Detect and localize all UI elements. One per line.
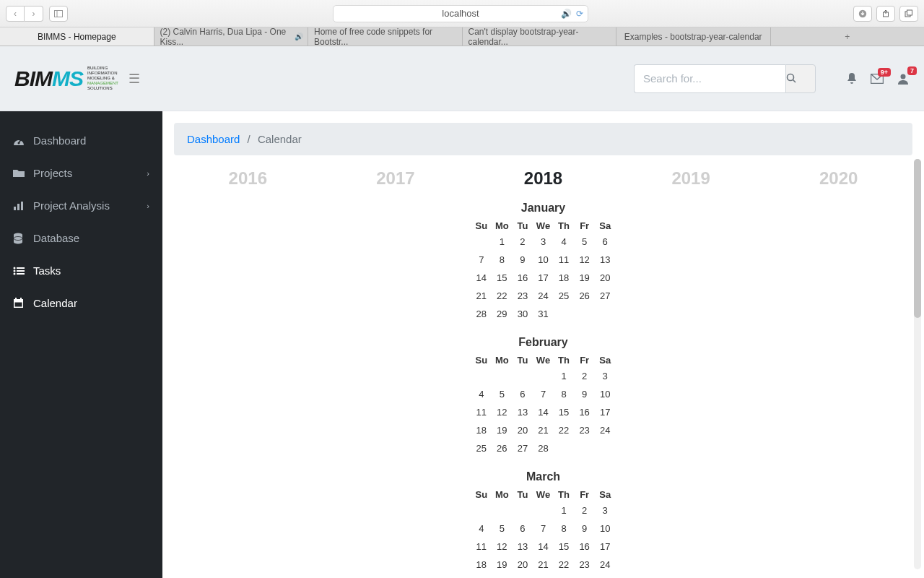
calendar-day[interactable]: 27 [595,287,616,305]
calendar-day[interactable]: 21 [471,287,492,305]
browser-tab[interactable]: Home of free code snippets for Bootstr..… [308,27,463,46]
downloads-button[interactable] [853,6,872,22]
calendar-day[interactable]: 18 [554,269,575,287]
calendar-day[interactable]: 9 [574,385,595,403]
calendar-day[interactable]: 10 [533,251,554,269]
sidebar-toggle-button[interactable] [49,6,68,22]
tabs-button[interactable] [899,6,918,22]
sidebar-item-dashboard[interactable]: Dashboard [0,124,162,157]
sidebar-item-project-analysis[interactable]: Project Analysis› [0,189,162,222]
year-2016[interactable]: 2016 [229,168,267,189]
year-2018[interactable]: 2018 [524,168,562,189]
calendar-day[interactable]: 23 [574,556,595,574]
calendar-day[interactable]: 6 [595,233,616,251]
sidebar-item-projects[interactable]: Projects› [0,157,162,189]
calendar-day[interactable]: 29 [554,574,575,578]
sidebar-item-database[interactable]: Database [0,222,162,254]
year-2020[interactable]: 2020 [819,168,858,189]
calendar-day[interactable]: 7 [471,251,492,269]
calendar-day[interactable]: 1 [554,367,575,385]
calendar-day[interactable]: 15 [554,403,575,421]
calendar-day[interactable]: 14 [533,403,554,421]
share-button[interactable] [876,6,895,22]
calendar-day[interactable]: 29 [492,305,513,323]
calendar-day[interactable]: 10 [595,519,616,538]
calendar-day[interactable]: 8 [554,385,575,403]
calendar-day[interactable]: 26 [492,439,513,457]
calendar-day[interactable]: 3 [595,367,616,385]
tab-audio-icon[interactable]: 🔊 [295,33,303,40]
calendar-day[interactable]: 7 [533,519,554,538]
calendar-day[interactable]: 16 [513,269,533,287]
logo[interactable]: BIMMS BUILDINGINFORMATIONMODELING &MANAG… [14,66,118,91]
calendar-day[interactable]: 20 [595,269,616,287]
calendar-day[interactable]: 24 [595,421,616,439]
calendar-day[interactable]: 2 [574,501,595,519]
calendar-day[interactable]: 22 [554,556,575,574]
calendar-day[interactable]: 14 [471,269,492,287]
calendar-day[interactable]: 12 [492,403,513,421]
calendar-day[interactable]: 9 [574,519,595,538]
calendar-day[interactable]: 13 [513,538,533,556]
calendar-day[interactable]: 3 [533,233,554,251]
year-2019[interactable]: 2019 [671,168,710,189]
browser-tab[interactable]: (2) Calvin Harris, Dua Lipa - One Kiss..… [154,27,309,46]
calendar-day[interactable]: 20 [513,421,533,439]
calendar-day[interactable]: 26 [492,574,513,578]
calendar-day[interactable]: 6 [513,519,533,538]
calendar-day[interactable]: 30 [513,305,533,323]
calendar-day[interactable]: 10 [595,385,616,403]
mail-icon[interactable]: 9+ [871,74,884,84]
calendar-day[interactable]: 24 [533,287,554,305]
browser-tab[interactable]: Examples - bootstrap-year-calendar [616,27,771,46]
calendar-day[interactable]: 8 [554,519,575,538]
calendar-day[interactable]: 22 [492,287,513,305]
calendar-day[interactable]: 17 [595,403,616,421]
calendar-day[interactable]: 1 [492,233,513,251]
calendar-day[interactable]: 19 [492,556,513,574]
calendar-day[interactable]: 28 [533,439,554,457]
calendar-day[interactable]: 27 [513,439,533,457]
calendar-day[interactable]: 26 [574,287,595,305]
browser-tab[interactable]: Can't display bootstrap-year-calendar... [463,27,617,46]
new-tab-button[interactable]: + [771,27,925,46]
breadcrumb-link[interactable]: Dashboard [187,133,240,145]
calendar-day[interactable]: 2 [574,367,595,385]
calendar-day[interactable]: 31 [595,574,616,578]
calendar-day[interactable]: 18 [471,556,492,574]
calendar-day[interactable]: 4 [554,233,575,251]
browser-tab[interactable]: BIMMS - Homepage [0,27,154,46]
calendar-day[interactable]: 14 [533,538,554,556]
calendar-day[interactable]: 28 [471,305,492,323]
calendar-day[interactable]: 5 [492,519,513,538]
calendar-day[interactable]: 21 [533,421,554,439]
calendar-day[interactable]: 12 [574,251,595,269]
calendar-day[interactable]: 27 [513,574,533,578]
calendar-day[interactable]: 18 [471,421,492,439]
calendar-day[interactable]: 4 [471,519,492,538]
calendar-day[interactable]: 21 [533,556,554,574]
calendar-day[interactable]: 23 [574,421,595,439]
calendar-day[interactable]: 6 [513,385,533,403]
calendar-day[interactable]: 7 [533,385,554,403]
calendar-day[interactable]: 28 [533,574,554,578]
calendar-day[interactable]: 25 [554,287,575,305]
scrollbar[interactable] [914,159,921,569]
calendar-day[interactable]: 4 [471,385,492,403]
calendar-day[interactable]: 2 [513,233,533,251]
calendar-day[interactable]: 23 [513,287,533,305]
calendar-day[interactable]: 25 [471,574,492,578]
calendar-day[interactable]: 15 [492,269,513,287]
calendar-day[interactable]: 11 [471,403,492,421]
calendar-day[interactable]: 19 [574,269,595,287]
calendar-day[interactable]: 3 [595,501,616,519]
calendar-day[interactable]: 11 [471,538,492,556]
calendar-day[interactable]: 15 [554,538,575,556]
calendar-day[interactable]: 22 [554,421,575,439]
search-input[interactable] [634,64,785,93]
calendar-day[interactable]: 17 [595,538,616,556]
calendar-day[interactable]: 5 [492,385,513,403]
menu-toggle-icon[interactable]: ☰ [128,71,140,87]
calendar-day[interactable]: 31 [533,305,554,323]
calendar-day[interactable]: 24 [595,556,616,574]
